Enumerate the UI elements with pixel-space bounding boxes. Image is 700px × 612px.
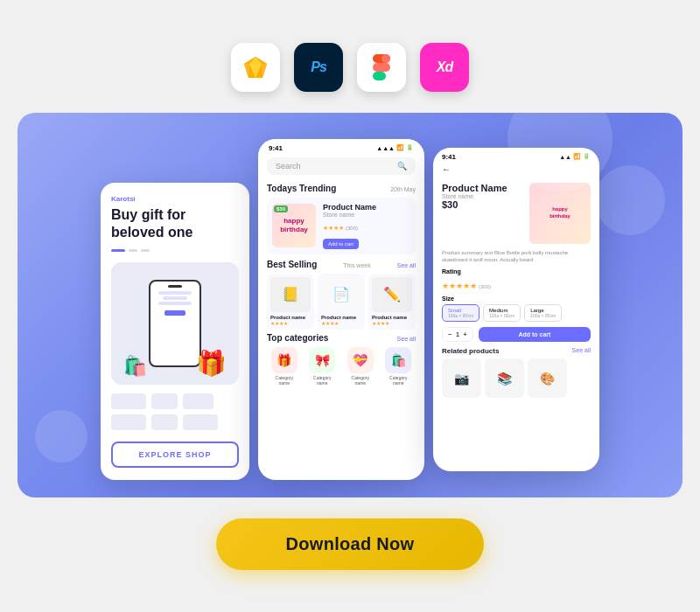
qty-control[interactable]: − 1 + (442, 327, 473, 342)
figma-icon[interactable] (357, 43, 406, 92)
size-small[interactable]: Small100a × 80cm (442, 304, 480, 322)
trending-card: $30 happybirthday Product Name Store nam… (267, 198, 416, 254)
category-item[interactable]: 🎁 Categoryname (267, 347, 302, 386)
tool-icons-row: Ps Xd (231, 43, 469, 92)
related-item[interactable]: 📚 (485, 358, 524, 398)
left-screen: Karotsi Buy gift for beloved one 🎁 🛍️ (101, 183, 249, 480)
category-item[interactable]: 🎀 Categoryname (305, 347, 340, 386)
main-container: Ps Xd Karotsi Buy gift for beloved one (18, 43, 682, 570)
photoshop-icon[interactable]: Ps (294, 43, 343, 92)
svg-marker-2 (244, 64, 249, 78)
related-products-row: 📷 📚 🎨 (442, 358, 591, 398)
svg-marker-3 (262, 64, 267, 78)
brand-label: Karotsi (111, 195, 239, 203)
headline-text: Buy gift for beloved one (111, 206, 239, 243)
best-selling-row: 📒 Product name ★★★★ 📄 Product name ★★★★ … (267, 274, 416, 330)
size-large[interactable]: Large100a × 80cm (524, 304, 562, 322)
right-phone: 9:41 ▲▲📶🔋 ← Product Name Store name $30 … (433, 148, 599, 471)
explore-btn[interactable]: EXPLORE SHOP (111, 442, 239, 468)
phone-illustration: 🎁 🛍️ (111, 262, 239, 385)
category-item[interactable]: 💝 Categoryname (343, 347, 378, 386)
status-bar: 9:41 ▲▲▲ 📶 🔋 (258, 139, 424, 154)
categories-row: 🎁 Categoryname 🎀 Categoryname 💝 Category… (267, 347, 416, 386)
size-medium[interactable]: Medium100a × 80cm (483, 304, 521, 322)
download-now-button[interactable]: Download Now (216, 518, 485, 570)
category-item[interactable]: 🛍️ Categoryname (382, 347, 416, 386)
search-bar[interactable]: Search 🔍 (267, 157, 416, 175)
xd-icon[interactable]: Xd (420, 43, 469, 92)
showcase-card: Karotsi Buy gift for beloved one 🎁 🛍️ (18, 113, 682, 497)
middle-phone: 9:41 ▲▲▲ 📶 🔋 Search 🔍 Todays Trending 20… (258, 139, 424, 480)
sketch-icon[interactable] (231, 43, 280, 92)
related-item[interactable]: 🎨 (528, 358, 567, 398)
add-to-cart-full-btn[interactable]: Add to cart (479, 327, 591, 342)
related-item[interactable]: 📷 (442, 358, 481, 398)
add-to-cart-btn[interactable]: Add to cart (323, 239, 359, 249)
